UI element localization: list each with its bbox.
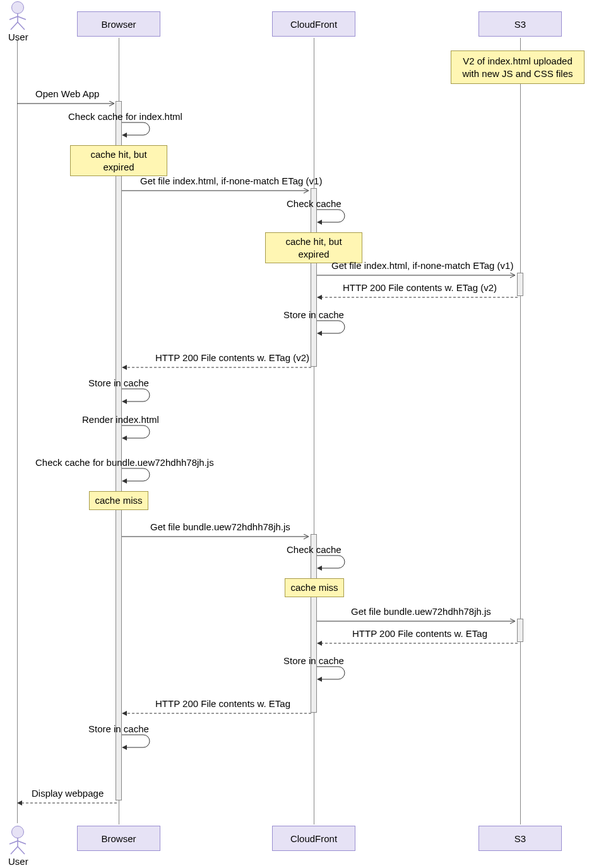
arrow-m15 — [316, 639, 519, 650]
arrow-m8 — [121, 364, 312, 374]
lifeline-s3 — [520, 38, 521, 824]
arrow-m12 — [122, 533, 312, 544]
svg-marker-17 — [317, 331, 322, 336]
svg-line-4 — [18, 22, 25, 30]
svg-marker-21 — [122, 436, 127, 441]
arrow-m19 — [16, 799, 118, 810]
msg-store-cache-cf-2: Store in cache — [283, 655, 344, 666]
activation-browser — [116, 101, 122, 800]
actor-user-label-top: User — [8, 32, 28, 42]
activation-cloudfront-1 — [311, 188, 317, 367]
svg-marker-33 — [17, 800, 22, 806]
selfloop-m18 — [122, 734, 152, 752]
msg-check-cache-cf: Check cache — [287, 198, 342, 209]
participant-cloudfront-top: CloudFront — [272, 11, 355, 37]
msg-store-cache-browser-2: Store in cache — [88, 723, 149, 734]
msg-check-cache-bundle: Check cache for bundle.uew72hdhh78jh.js — [35, 457, 214, 468]
sequence-diagram: User User Browser CloudFront S3 Browser … — [0, 0, 594, 868]
participant-cloudfront-bottom: CloudFront — [272, 826, 355, 851]
svg-marker-27 — [317, 641, 322, 646]
selfloop-m4 — [317, 208, 347, 227]
svg-marker-20 — [122, 399, 127, 404]
svg-marker-28 — [317, 677, 322, 682]
actor-user-body-icon-bottom — [8, 838, 27, 855]
msg-200-s3-cf: HTTP 200 File contents w. ETag (v2) — [343, 282, 497, 293]
msg-store-cache-cf: Store in cache — [283, 309, 344, 320]
note-s3-upload: V2 of index.html uploaded with new JS an… — [451, 51, 585, 84]
selfloop-m10 — [122, 424, 152, 443]
selfloop-m16 — [317, 665, 347, 684]
activation-cloudfront-2 — [311, 534, 317, 713]
participant-s3-label-b: S3 — [514, 833, 526, 844]
svg-marker-11 — [122, 133, 127, 138]
selfloop-m2 — [122, 121, 152, 140]
msg-check-cache-index: Check cache for index.html — [68, 111, 182, 122]
participant-browser-label-b: Browser — [101, 833, 136, 844]
note-cache-hit-cf: cache hit, but expired — [265, 232, 362, 263]
actor-user-label-bottom: User — [8, 856, 28, 867]
msg-get-index-cf: Get file index.html, if-none-match ETag … — [140, 175, 322, 186]
note-cache-hit-browser: cache hit, but expired — [70, 145, 167, 176]
svg-marker-16 — [317, 295, 322, 300]
arrow-open-app — [17, 100, 118, 110]
arrow-m6 — [316, 294, 519, 304]
msg-200-cf-browser-2: HTTP 200 File contents w. ETag — [155, 698, 290, 709]
arrow-m5 — [317, 271, 519, 282]
svg-marker-22 — [122, 479, 127, 484]
msg-render-index: Render index.html — [82, 414, 159, 425]
arrow-m14 — [317, 617, 519, 628]
note-cache-miss-browser: cache miss — [89, 491, 148, 510]
selfloop-m9 — [122, 388, 152, 406]
actor-user-body-icon — [8, 13, 27, 31]
actor-user-head-icon-bottom — [11, 826, 24, 838]
msg-check-cache-cf-2: Check cache — [287, 544, 342, 555]
svg-line-1 — [9, 16, 18, 20]
participant-s3-label: S3 — [514, 19, 526, 30]
participant-browser-label: Browser — [101, 19, 136, 30]
svg-marker-24 — [317, 566, 322, 571]
msg-200-s3-cf-2: HTTP 200 File contents w. ETag — [352, 628, 487, 639]
msg-200-cf-browser: HTTP 200 File contents w. ETag (v2) — [155, 352, 309, 363]
selfloop-m7 — [317, 319, 347, 338]
svg-line-3 — [11, 22, 18, 30]
participant-s3-top: S3 — [478, 11, 562, 37]
svg-line-8 — [11, 847, 18, 854]
msg-open-app: Open Web App — [35, 88, 99, 99]
participant-cloudfront-label: CloudFront — [290, 19, 337, 30]
msg-get-bundle-s3: Get file bundle.uew72hdhh78jh.js — [351, 606, 491, 617]
msg-get-index-s3: Get file index.html, if-none-match ETag … — [331, 260, 513, 271]
selfloop-m13 — [317, 554, 347, 573]
svg-line-7 — [18, 841, 26, 844]
arrow-m17 — [121, 710, 312, 720]
lifeline-user — [17, 39, 18, 823]
participant-s3-bottom: S3 — [478, 826, 562, 851]
svg-line-9 — [18, 847, 25, 854]
svg-line-6 — [9, 841, 18, 844]
actor-user-head-icon — [11, 1, 24, 14]
msg-display-page: Display webpage — [32, 788, 104, 799]
selfloop-m11 — [122, 467, 152, 485]
svg-marker-13 — [317, 220, 322, 225]
participant-browser-bottom: Browser — [77, 826, 160, 851]
msg-get-bundle-cf: Get file bundle.uew72hdhh78jh.js — [150, 521, 290, 532]
svg-marker-19 — [122, 365, 127, 370]
msg-store-cache-browser: Store in cache — [88, 378, 149, 388]
participant-cloudfront-label-b: CloudFront — [290, 833, 337, 844]
svg-marker-30 — [122, 711, 127, 716]
note-cache-miss-cf: cache miss — [285, 578, 344, 597]
svg-marker-31 — [122, 745, 127, 750]
svg-line-2 — [18, 16, 26, 20]
participant-browser-top: Browser — [77, 11, 160, 37]
arrow-m3 — [122, 187, 312, 198]
